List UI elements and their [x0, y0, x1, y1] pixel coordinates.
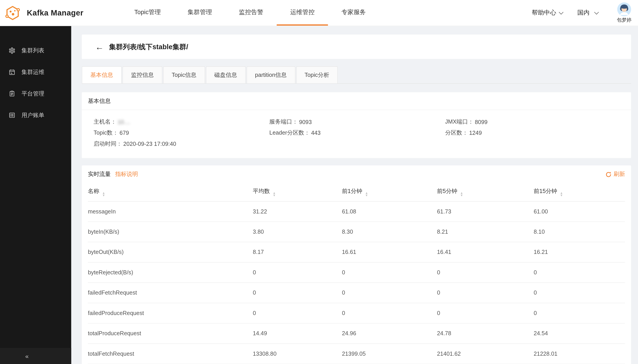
sidebar: 集群列表集群运维平台管理用户账单 «	[0, 26, 71, 364]
metric-help-link[interactable]: 指标说明	[115, 171, 138, 178]
info-field: 启动时间：2020-09-23 17:09:40	[94, 140, 269, 148]
table-header-row: 名称▲▼平均数▲▼前1分钟▲▼前5分钟▲▼前15分钟▲▼	[88, 183, 625, 201]
metrics-table-head: 名称▲▼平均数▲▼前1分钟▲▼前5分钟▲▼前15分钟▲▼	[88, 183, 625, 201]
metric-value-cell: 0	[534, 262, 625, 282]
field-value: 679	[119, 130, 129, 136]
main-content: ← 集群列表/线下stable集群/ 基本信息监控信息Topic信息磁盘信息pa…	[71, 26, 638, 364]
table-row: totalFetchRequest13308.8021399.0521401.6…	[88, 343, 625, 364]
collapse-icon: «	[25, 352, 29, 360]
metric-value-cell: 8.10	[534, 222, 625, 242]
info-field: 主机名：10....	[94, 118, 269, 126]
column-header[interactable]: 平均数▲▼	[253, 183, 342, 201]
metric-name-cell: byteOut(KB/s)	[88, 242, 253, 262]
metric-name-cell: messageIn	[88, 201, 253, 221]
metric-value-cell: 24.54	[534, 323, 625, 343]
metric-value-cell: 3.80	[253, 222, 342, 242]
back-button[interactable]: ←	[95, 42, 104, 51]
nav-item[interactable]: 专家服务	[328, 0, 379, 26]
user-menu[interactable]: 包梦婷	[617, 2, 631, 23]
column-label: 前5分钟	[437, 188, 457, 194]
basic-info-fields: 主机名：10....服务端口：9093JMX端口：8099Topic数：679L…	[82, 110, 631, 158]
nav-item[interactable]: 运维管控	[277, 0, 328, 26]
app-logo-icon[interactable]	[4, 4, 21, 21]
region-menu[interactable]: 国内	[577, 9, 598, 17]
refresh-button[interactable]: 刷新	[605, 171, 625, 178]
metric-name-cell: byteIn(KB/s)	[88, 222, 253, 242]
caret-down-icon: ▼	[273, 194, 276, 196]
realtime-traffic-card: 实时流量 指标说明 刷新 名称▲▼平均数▲▼前1分钟▲▼前5分钟▲▼前15分钟▲…	[82, 165, 631, 364]
sidebar-menu: 集群列表集群运维平台管理用户账单	[0, 26, 71, 126]
table-row: totalProduceRequest14.4924.9624.7824.54	[88, 323, 625, 343]
column-header[interactable]: 前15分钟▲▼	[534, 183, 625, 201]
table-row: byteOut(KB/s)8.1716.6116.4116.21	[88, 242, 625, 262]
metric-value-cell: 0	[253, 262, 342, 282]
column-header[interactable]: 前1分钟▲▼	[342, 183, 437, 201]
sidebar-item[interactable]: 平台管理	[0, 83, 71, 104]
sidebar-item[interactable]: 集群运维	[0, 61, 71, 83]
sort-icon[interactable]: ▲▼	[365, 192, 368, 196]
platform-manage-icon	[9, 90, 16, 97]
sidebar-item-label: 用户账单	[22, 112, 44, 119]
table-row: failedFetchRequest0000	[88, 282, 625, 303]
metric-value-cell: 0	[342, 262, 437, 282]
metric-value-cell: 0	[534, 303, 625, 323]
metric-value-cell: 16.21	[534, 242, 625, 262]
field-value: 8099	[475, 119, 488, 125]
tab[interactable]: partition信息	[247, 66, 295, 83]
caret-down-icon: ▼	[460, 194, 463, 196]
sidebar-collapse-button[interactable]: «	[0, 348, 71, 364]
avatar[interactable]	[617, 2, 631, 16]
metric-value-cell: 13308.80	[253, 343, 342, 364]
tab[interactable]: 监控信息	[122, 66, 162, 83]
metric-value-cell: 61.00	[534, 201, 625, 221]
tab[interactable]: Topic分析	[296, 66, 338, 83]
tab[interactable]: Topic信息	[163, 66, 205, 83]
realtime-title: 实时流量	[88, 171, 111, 178]
metric-value-cell: 0	[342, 282, 437, 303]
column-label: 前1分钟	[342, 188, 362, 194]
sidebar-item-label: 平台管理	[22, 90, 44, 98]
column-label: 前15分钟	[534, 188, 557, 194]
metric-name-cell: byteRejected(B/s)	[88, 262, 253, 282]
kafka-manager-app: Kafka Manager Topic管理集群管理监控告警运维管控专家服务 帮助…	[0, 0, 638, 364]
metric-name-cell: failedProduceRequest	[88, 303, 253, 323]
column-header[interactable]: 名称▲▼	[88, 183, 253, 201]
help-center-menu[interactable]: 帮助中心	[532, 9, 563, 17]
sidebar-item[interactable]: 用户账单	[0, 104, 71, 126]
nav-item[interactable]: 监控告警	[226, 0, 277, 26]
caret-down-icon: ▼	[102, 194, 105, 196]
field-value: 1249	[469, 130, 482, 136]
sort-icon[interactable]: ▲▼	[560, 192, 563, 196]
caret-down-icon: ▼	[560, 194, 563, 196]
nav-item[interactable]: Topic管理	[121, 0, 174, 26]
metric-value-cell: 24.78	[437, 323, 534, 343]
tab-bar: 基本信息监控信息Topic信息磁盘信息partition信息Topic分析	[82, 66, 631, 84]
tab[interactable]: 基本信息	[82, 66, 122, 83]
column-header[interactable]: 前5分钟▲▼	[437, 183, 534, 201]
sort-icon[interactable]: ▲▼	[273, 192, 276, 196]
metric-value-cell: 0	[342, 303, 437, 323]
column-label: 名称	[88, 188, 99, 194]
chevron-down-icon	[559, 10, 563, 14]
metric-name-cell: totalProduceRequest	[88, 323, 253, 343]
nav-item[interactable]: 集群管理	[174, 0, 226, 26]
region-label: 国内	[577, 9, 590, 17]
top-header: Kafka Manager Topic管理集群管理监控告警运维管控专家服务 帮助…	[0, 0, 638, 26]
sidebar-item[interactable]: 集群列表	[0, 40, 71, 61]
tab[interactable]: 磁盘信息	[206, 66, 246, 83]
chevron-down-icon	[594, 10, 599, 14]
field-value: 443	[311, 130, 321, 136]
metrics-table: 名称▲▼平均数▲▼前1分钟▲▼前5分钟▲▼前15分钟▲▼ messageIn31…	[88, 183, 625, 364]
sort-icon[interactable]: ▲▼	[102, 192, 105, 196]
help-center-label: 帮助中心	[532, 9, 556, 17]
metric-value-cell: 21401.62	[437, 343, 534, 364]
app-title: Kafka Manager	[27, 8, 83, 17]
table-row: failedProduceRequest0000	[88, 303, 625, 323]
field-label: Topic数：	[94, 129, 118, 136]
sort-icon[interactable]: ▲▼	[460, 192, 463, 196]
refresh-icon	[605, 171, 611, 177]
basic-info-header: 基本信息	[82, 92, 631, 110]
info-field: 分区数：1249	[445, 129, 625, 136]
metric-value-cell: 0	[253, 282, 342, 303]
metric-value-cell: 61.73	[437, 201, 534, 221]
